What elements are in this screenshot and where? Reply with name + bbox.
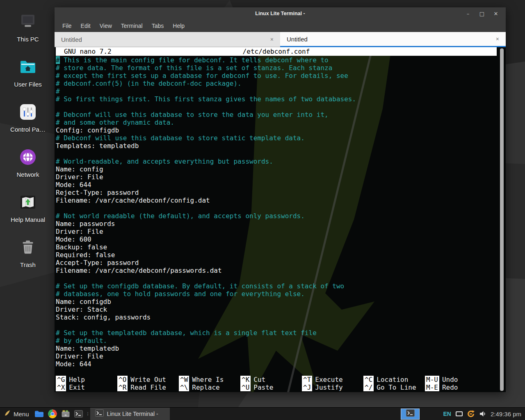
nano-text-area[interactable]: # This is the main config file for debco… <box>56 56 498 368</box>
menu-label: Menu <box>14 411 29 418</box>
taskbar: Menu ⁞ Linux Lite Terminal - EN <box>0 407 525 420</box>
archive-icon[interactable] <box>60 409 71 419</box>
file-manager-icon[interactable] <box>34 409 45 419</box>
desktop-icon-help-manual[interactable]: Help Manual <box>0 189 56 235</box>
shortcut-key: ^U <box>240 383 251 391</box>
tray-active-window-button[interactable] <box>401 409 420 420</box>
workspace-indicator-icon[interactable] <box>456 411 463 416</box>
menu-terminal[interactable]: Terminal <box>116 20 147 32</box>
nano-line: # Not world readable (the default), and … <box>56 212 498 220</box>
nano-line: # by default. <box>56 337 498 345</box>
nano-line: Driver: File <box>56 228 498 235</box>
shortcut-key: M-U <box>425 376 439 383</box>
taskbar-separator: ⁞ <box>87 412 88 416</box>
nano-line: Filename: /var/cache/debconf/passwords.d… <box>56 267 498 274</box>
desktop-icon-control-pa[interactable]: Control Pa… <box>0 99 56 144</box>
menu-view[interactable]: View <box>95 20 116 32</box>
desktop-icon-trash[interactable]: Trash <box>0 235 56 280</box>
computer-icon <box>18 12 37 33</box>
clock[interactable]: 2:49:36 pm <box>491 411 521 418</box>
nano-shortcut-where-is: ^WWhere Is <box>179 376 240 383</box>
trash-icon <box>18 238 37 258</box>
nano-file-path: /etc/debconf.conf <box>56 47 497 56</box>
nano-line: # Set up the templatedb database, which … <box>56 329 498 337</box>
update-notifier-icon[interactable] <box>467 410 475 418</box>
nano-shortcut-cut: ^KCut <box>240 376 302 383</box>
menu-file[interactable]: File <box>58 20 76 32</box>
nano-line: Driver: File <box>56 173 498 181</box>
desktop-icon-user-files[interactable]: User Files <box>0 54 56 99</box>
menu-help[interactable]: Help <box>168 20 189 32</box>
control-panel-icon <box>18 103 37 123</box>
desktop-icon-label: Trash <box>20 261 36 268</box>
nano-shortcut-write-out: ^OWrite Out <box>117 376 179 383</box>
nano-blank-line <box>56 321 498 329</box>
menu-bar: FileEditViewTerminalTabsHelp <box>55 20 506 32</box>
shortcut-key: ^/ <box>363 383 374 391</box>
nano-line: # World-readable, and accepts everything… <box>56 158 498 165</box>
nano-shortcut-bar: ^GHelp^OWrite Out^WWhere Is^KCut^TExecut… <box>56 376 486 391</box>
nano-blank-line <box>56 274 498 282</box>
nano-line: Mode: 644 <box>56 360 498 368</box>
nano-shortcut-undo: M-UUndo <box>425 376 486 383</box>
keyboard-layout-indicator[interactable]: EN <box>443 411 451 417</box>
window-controls: – □ ✕ <box>464 11 506 17</box>
nano-shortcut-go-to-line: ^/Go To Line <box>363 383 425 391</box>
chrome-icon[interactable] <box>47 409 58 419</box>
nano-line: Required: false <box>56 251 498 259</box>
tab-close-icon[interactable]: × <box>496 36 499 42</box>
nano-line: Stack: config, passwords <box>56 313 498 321</box>
task-button-terminal[interactable]: Linux Lite Terminal - <box>90 408 170 420</box>
terminal-icon[interactable] <box>73 409 84 419</box>
nano-line: Reject-Type: password <box>56 189 498 196</box>
nano-line: Name: templatedb <box>56 345 498 352</box>
desktop-icon-network[interactable]: Network <box>0 144 56 189</box>
terminal-icon <box>406 409 415 418</box>
shortcut-key: M-E <box>425 383 439 391</box>
nano-line: # So first things first. This first stan… <box>56 95 498 103</box>
nano-line: # Debconf will use this database to stor… <box>56 134 498 142</box>
window-titlebar[interactable]: Linux Lite Terminal - – □ ✕ <box>55 7 506 20</box>
close-button[interactable]: ✕ <box>492 11 500 17</box>
tab-1[interactable]: Untitled× <box>55 32 280 47</box>
nano-line: # databases, one to hold passwords and o… <box>56 290 498 298</box>
terminal-scrollbar[interactable] <box>500 48 504 391</box>
maximize-button[interactable]: □ <box>478 11 486 17</box>
nano-cursor: # <box>56 56 60 64</box>
minimize-button[interactable]: – <box>464 11 472 17</box>
desktop-icon-this-pc[interactable]: This PC <box>0 9 56 54</box>
volume-icon[interactable] <box>479 410 486 418</box>
nano-line: Name: passwords <box>56 220 498 228</box>
nano-line: Backup: false <box>56 243 498 251</box>
quick-launchers <box>33 409 85 419</box>
menu-edit[interactable]: Edit <box>76 20 95 32</box>
nano-line: Driver: Stack <box>56 306 498 313</box>
tab-close-icon[interactable]: × <box>270 36 274 43</box>
nano-line: Filename: /var/cache/debconf/config.dat <box>56 196 498 204</box>
nano-shortcut-help: ^GHelp <box>56 376 117 383</box>
home-folder-icon <box>18 57 37 78</box>
tab-2-active[interactable]: Untitled× <box>280 32 506 47</box>
shortcut-key: ^C <box>363 376 374 383</box>
start-menu-button[interactable]: Menu <box>0 408 33 420</box>
nano-line: # store data. The format of this file is… <box>56 64 498 72</box>
nano-line: Templates: templatedb <box>56 142 498 150</box>
nano-blank-line <box>56 150 498 158</box>
terminal-content[interactable]: GNU nano 7.2 /etc/debconf.conf # This is… <box>55 47 506 392</box>
desktop-icon-label: User Files <box>14 81 42 88</box>
terminal-icon <box>95 409 104 418</box>
task-button-label: Linux Lite Terminal - <box>107 411 158 417</box>
help-manual-icon <box>18 193 37 213</box>
desktop-icon-label: Control Pa… <box>10 126 46 133</box>
nano-shortcut-location: ^CLocation <box>363 376 425 383</box>
nano-blank-line <box>56 103 498 111</box>
menu-tabs[interactable]: Tabs <box>147 20 169 32</box>
window-title: Linux Lite Terminal - <box>55 11 506 16</box>
nano-line: # This is the main config file for debco… <box>56 56 498 64</box>
desktop-icon-label: Network <box>16 171 39 178</box>
shortcut-key: ^J <box>302 383 312 391</box>
shortcut-key: ^R <box>117 383 128 391</box>
shortcut-key: ^T <box>302 376 312 383</box>
nano-line: Config: configdb <box>56 126 498 134</box>
nano-line: Mode: 600 <box>56 235 498 243</box>
